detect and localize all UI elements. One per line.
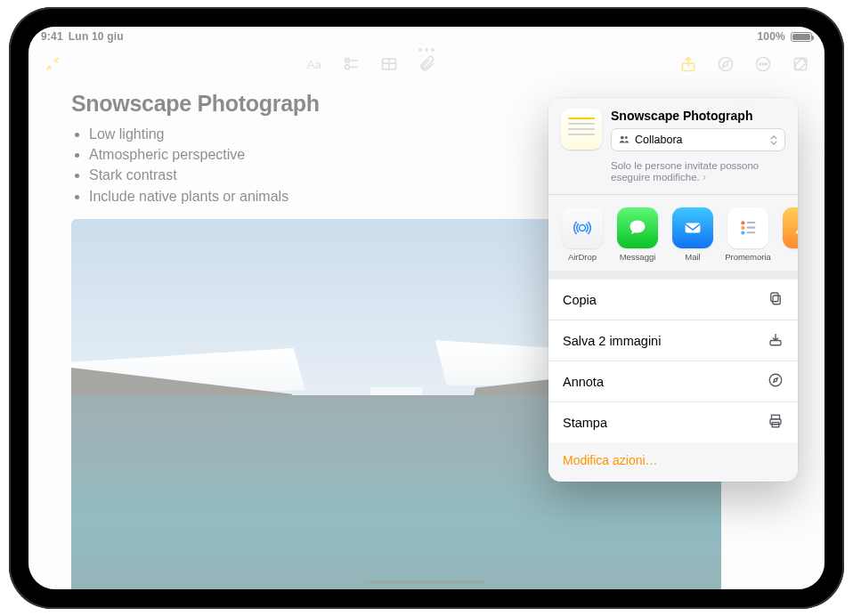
svg-point-9	[766, 63, 768, 65]
markup-icon[interactable]	[711, 51, 741, 77]
svg-point-16	[741, 226, 744, 230]
svg-point-5	[719, 58, 733, 71]
ipad-frame: 9:41 Lun 10 giu 100% Aa	[9, 7, 844, 609]
svg-point-8	[762, 63, 764, 65]
svg-rect-22	[771, 293, 778, 302]
table-icon[interactable]	[374, 51, 404, 77]
svg-point-7	[760, 63, 761, 65]
people-icon	[619, 134, 630, 146]
chevron-right-icon: ›	[703, 171, 706, 183]
share-app-airdrop[interactable]: AirDrop	[559, 207, 605, 262]
share-sheet: Snowscape Photograph Collabora Solo le	[548, 98, 798, 482]
svg-point-11	[621, 136, 624, 140]
battery-pct: 100%	[758, 30, 786, 43]
share-app-mail[interactable]: Mail	[670, 207, 716, 262]
save-icon	[768, 331, 784, 350]
reminders-icon	[727, 207, 768, 248]
text-format-icon[interactable]: Aa	[299, 51, 329, 77]
compose-icon[interactable]	[785, 51, 816, 77]
copy-icon	[768, 290, 784, 309]
action-markup[interactable]: Annota	[548, 361, 798, 402]
share-action-list: Copia Salva 2 immagini Annota	[548, 280, 798, 442]
annotate-icon	[768, 372, 784, 391]
status-bar: 9:41 Lun 10 giu 100%	[28, 27, 825, 46]
svg-rect-20	[747, 231, 756, 233]
mail-icon	[672, 207, 713, 248]
collapse-icon[interactable]	[37, 51, 68, 77]
svg-point-24	[769, 374, 782, 386]
more-icon[interactable]	[748, 51, 778, 77]
messages-icon	[617, 207, 658, 248]
permission-note[interactable]: Solo le persone invitate possono eseguir…	[548, 157, 798, 195]
screen: 9:41 Lun 10 giu 100% Aa	[28, 27, 825, 589]
collaboration-selector[interactable]: Collabora	[611, 128, 785, 151]
svg-point-15	[741, 221, 744, 224]
multitask-dots-icon[interactable]	[418, 48, 435, 52]
status-date: Lun 10 giu	[69, 30, 124, 43]
checklist-icon[interactable]	[337, 51, 367, 77]
svg-rect-18	[747, 222, 756, 223]
svg-rect-21	[773, 296, 780, 304]
svg-rect-19	[747, 227, 756, 229]
collab-label: Collabora	[635, 134, 683, 146]
chevron-updown-icon	[770, 135, 777, 145]
share-title: Snowscape Photograph	[611, 109, 785, 123]
attachment-icon[interactable]	[411, 51, 442, 77]
share-app-reminders[interactable]: Promemoria	[725, 207, 771, 262]
battery-icon	[791, 32, 812, 42]
home-indicator[interactable]	[369, 580, 484, 584]
share-icon[interactable]	[673, 51, 703, 77]
svg-point-13	[580, 225, 586, 231]
svg-text:Aa: Aa	[307, 58, 322, 71]
freeform-icon	[783, 207, 798, 248]
svg-rect-23	[770, 341, 781, 345]
toolbar: Aa	[28, 46, 825, 82]
svg-point-17	[741, 231, 744, 235]
notes-app-icon	[561, 109, 602, 150]
action-copy[interactable]: Copia	[548, 280, 798, 320]
svg-point-2	[345, 65, 350, 69]
action-print[interactable]: Stampa	[548, 402, 798, 442]
share-app-messages[interactable]: Messaggi	[614, 207, 661, 262]
status-time: 9:41	[41, 30, 63, 43]
action-save-images[interactable]: Salva 2 immagini	[548, 320, 798, 361]
svg-point-12	[625, 136, 628, 139]
edit-actions-button[interactable]: Modifica azioni…	[548, 442, 798, 482]
svg-rect-14	[686, 223, 701, 232]
share-app-row: AirDrop Messaggi Mail	[548, 195, 798, 280]
print-icon	[768, 413, 784, 432]
airdrop-icon	[562, 207, 603, 248]
share-app-more[interactable]: Fr	[780, 207, 798, 262]
